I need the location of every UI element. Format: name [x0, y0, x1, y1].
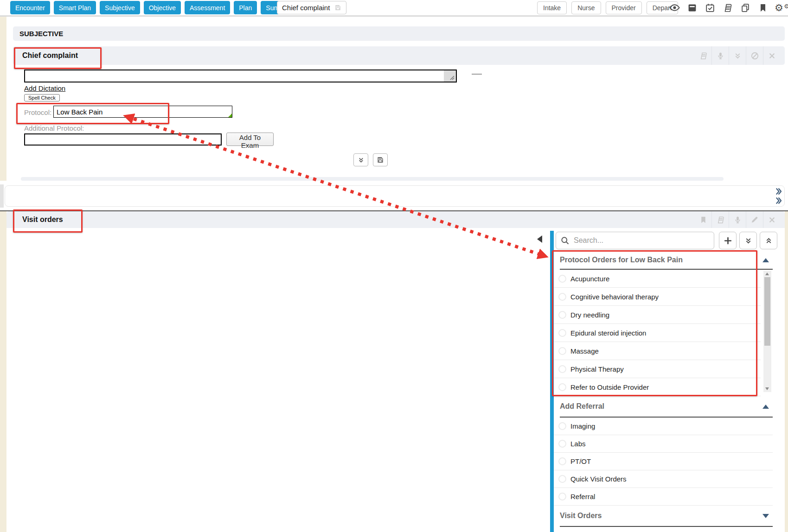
microphone-icon[interactable] — [729, 211, 746, 228]
order-radio-icon[interactable] — [558, 440, 566, 448]
scrollbar-thumb[interactable] — [764, 277, 770, 346]
microphone-icon[interactable] — [711, 46, 729, 65]
eye-icon[interactable] — [669, 2, 680, 13]
order-item-labs[interactable]: Labs — [554, 435, 773, 453]
add-to-exam-button[interactable]: Add To Exam — [226, 133, 274, 146]
additional-protocol-label: Additional Protocol: — [24, 124, 84, 132]
order-radio-icon[interactable] — [558, 311, 566, 319]
section-header-add-referral[interactable]: Add Referral — [560, 396, 773, 418]
order-sections: Protocol Orders for Low Back PainAcupunc… — [554, 251, 785, 532]
chief-complaint-title: Chief complaint — [22, 51, 78, 60]
tab-smart-plan[interactable]: Smart Plan — [54, 1, 96, 14]
order-item-acupuncture[interactable]: Acupuncture — [554, 270, 761, 288]
order-radio-icon[interactable] — [558, 493, 566, 500]
subjective-section-bar: SUBJECTIVE — [13, 26, 785, 41]
order-radio-icon[interactable] — [558, 422, 566, 430]
collapse-all-button[interactable] — [760, 232, 777, 249]
tab-chief-complaint[interactable]: Chief complaint — [277, 1, 346, 14]
scrollbar-down-icon[interactable] — [765, 387, 769, 390]
order-item-dry-needling[interactable]: Dry needling — [554, 306, 761, 324]
order-item-refer-to-outside-provider[interactable]: Refer to Outside Provider — [554, 378, 761, 396]
order-radio-icon[interactable] — [558, 293, 566, 301]
nav-tabs: EncounterSmart PlanSubjectiveObjectiveAs… — [10, 1, 299, 14]
order-radio-icon[interactable] — [558, 475, 566, 483]
order-item-massage[interactable]: Massage — [554, 342, 761, 360]
orders-search — [556, 232, 714, 249]
tab-plan[interactable]: Plan — [234, 1, 257, 14]
double-chevron-down-icon[interactable] — [729, 46, 746, 65]
book-icon[interactable] — [695, 46, 711, 65]
protocol-input-resize-corner[interactable] — [228, 114, 232, 117]
order-item-pt-ot[interactable]: PT/OT — [554, 453, 773, 470]
ban-icon[interactable] — [746, 46, 763, 65]
horizontal-scroll-strip[interactable] — [5, 185, 785, 207]
toolbar-icons: ⚙⚙ — [669, 2, 788, 13]
order-item-epidural-steroid-injection[interactable]: Epidural steroid injection — [554, 324, 761, 342]
panel-collapse-arrow-icon[interactable] — [537, 235, 542, 243]
tab-subjective[interactable]: Subjective — [100, 1, 140, 14]
order-radio-icon[interactable] — [558, 457, 566, 465]
order-item-label: Massage — [570, 347, 599, 355]
order-radio-icon[interactable] — [558, 383, 566, 391]
spell-check-button[interactable]: Spell Check — [24, 94, 60, 101]
tab-objective[interactable]: Objective — [144, 1, 181, 14]
provider-button[interactable]: Provider — [606, 1, 642, 14]
resize-dash[interactable] — [472, 74, 482, 75]
nurse-button[interactable]: Nurse — [571, 1, 601, 14]
scroll-right-arrows-icon[interactable] — [775, 187, 782, 205]
page-margin-left-2 — [0, 211, 6, 532]
close-icon[interactable] — [763, 46, 780, 65]
book-icon[interactable] — [711, 211, 729, 228]
save-section-button[interactable] — [373, 153, 388, 166]
additional-protocol-input[interactable] — [24, 133, 222, 146]
chief-complaint-input[interactable] — [24, 70, 457, 82]
order-radio-icon[interactable] — [558, 347, 566, 355]
scrollbar-up-icon[interactable] — [765, 272, 769, 275]
section-header-visit-orders[interactable]: Visit Orders — [560, 506, 773, 527]
collapse-section-button[interactable] — [353, 153, 368, 166]
bookmark-icon[interactable] — [695, 211, 711, 228]
section-header-quick-visit-orders[interactable]: Quick Visit Orders — [560, 527, 773, 532]
expand-down-icon[interactable] — [762, 514, 769, 518]
calendar-check-icon[interactable] — [704, 2, 716, 13]
copy-icon[interactable] — [739, 2, 751, 13]
order-item-label: Physical Therapy — [570, 365, 624, 373]
book-icon[interactable] — [722, 2, 733, 13]
add-dictation-link[interactable]: Add Dictation — [24, 84, 65, 92]
order-item-label: Refer to Outside Provider — [570, 383, 649, 391]
collapse-up-icon[interactable] — [762, 405, 769, 409]
expand-all-button[interactable] — [739, 232, 757, 249]
save-icon — [334, 4, 341, 11]
protocol-input[interactable] — [53, 106, 232, 118]
order-item-label: Referral — [570, 493, 595, 500]
tab-assessment[interactable]: Assessment — [185, 1, 230, 14]
order-item-referral[interactable]: Referral — [554, 488, 773, 506]
search-input[interactable] — [573, 234, 711, 247]
order-item-label: Cognitive behavioral therapy — [570, 293, 659, 301]
order-item-label: Acupuncture — [570, 275, 609, 283]
archive-box-icon[interactable] — [686, 2, 698, 13]
order-radio-icon[interactable] — [558, 329, 566, 337]
collapse-up-icon[interactable] — [762, 258, 769, 262]
section-bottom-divider — [21, 177, 724, 181]
order-item-physical-therapy[interactable]: Physical Therapy — [554, 360, 761, 378]
pencil-icon[interactable] — [746, 211, 763, 228]
textarea-resize-handle[interactable] — [444, 70, 456, 82]
order-radio-icon[interactable] — [558, 365, 566, 373]
active-tab-label: Chief complaint — [282, 4, 330, 12]
close-icon[interactable] — [763, 211, 780, 228]
add-order-button[interactable] — [719, 232, 737, 249]
order-radio-icon[interactable] — [558, 275, 566, 283]
panel-accent-bar — [550, 231, 554, 532]
intake-button[interactable]: Intake — [537, 1, 567, 14]
order-item-cognitive-behavioral-therapy[interactable]: Cognitive behavioral therapy — [554, 288, 761, 306]
order-item-quick-visit-orders[interactable]: Quick Visit Orders — [554, 470, 773, 488]
tab-encounter[interactable]: Encounter — [10, 1, 50, 14]
bookmark-icon[interactable] — [757, 2, 769, 13]
order-item-imaging[interactable]: Imaging — [554, 418, 773, 435]
section-header-protocol-orders-for-low-back-pain[interactable]: Protocol Orders for Low Back Pain — [560, 251, 773, 270]
protocol-list-scrollbar[interactable] — [763, 271, 771, 392]
order-item-label: Quick Visit Orders — [570, 475, 627, 483]
order-item-label: Epidural steroid injection — [570, 329, 646, 337]
settings-gears-icon[interactable]: ⚙⚙ — [775, 3, 788, 13]
